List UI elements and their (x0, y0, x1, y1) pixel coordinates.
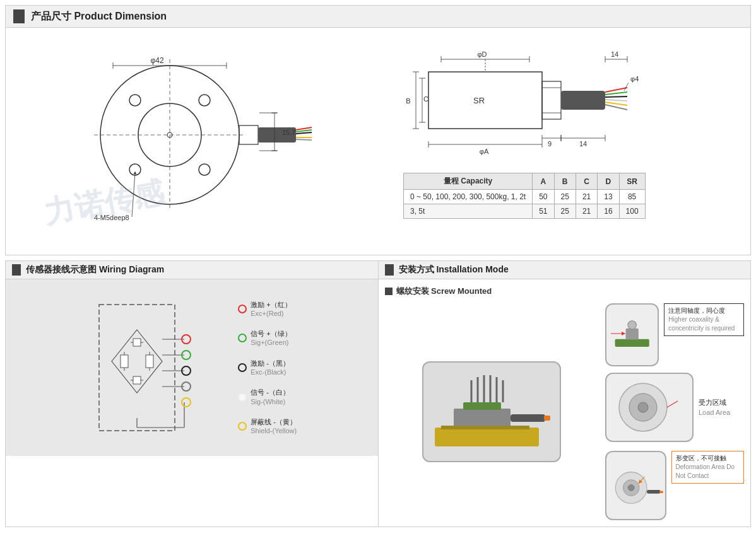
svg-text:C: C (423, 95, 428, 103)
svg-rect-105 (441, 426, 529, 429)
wire-dot (238, 305, 247, 313)
svg-text:φA: φA (480, 148, 489, 155)
svg-point-112 (638, 402, 648, 412)
col-capacity: 量程 Capacity (404, 173, 533, 190)
installation-images: 注意同轴度，同心度 Higher coaxality & concentrici… (385, 303, 745, 520)
svg-text:φ4: φ4 (630, 75, 639, 83)
svg-text:4-M5deep8: 4-M5deep8 (94, 214, 129, 221)
installation-content: 螺纹安装 Screw Mounted (379, 279, 751, 527)
svg-rect-29 (428, 72, 542, 129)
wire-label: 激励 +（红）Exc+(Red) (251, 300, 291, 318)
wire-dot (238, 422, 247, 431)
svg-rect-104 (544, 416, 550, 421)
dimension-table: 量程 Capacity A B C D SR 0 ~ 50, 100, 200,… (403, 173, 646, 219)
svg-rect-47 (561, 91, 605, 110)
col-D: D (598, 173, 619, 190)
svg-line-50 (605, 96, 627, 97)
svg-rect-72 (99, 305, 175, 431)
svg-line-16 (296, 139, 312, 140)
wiring-labels: 激励 +（红）Exc+(Red)信号 +（绿）Sig+(Green)激励 -（黑… (238, 300, 297, 436)
wiring-bar (12, 264, 21, 276)
col-A: A (533, 173, 554, 190)
deform-cn: 形变区，不可接触 (676, 454, 740, 463)
wire-item: 信号 +（绿）Sig+(Green) (238, 329, 297, 347)
table-cell-C: 21 (576, 204, 597, 219)
wire-item: 激励 +（红）Exc+(Red) (238, 300, 297, 318)
product-dimension-content: φ42 15.7 4-M5deep8 力诺传感 (6, 28, 750, 255)
bottom-sections: 传感器接线示意图 Wiring Diagram (5, 260, 751, 527)
install-image-box (422, 361, 561, 462)
svg-text:B: B (406, 97, 410, 105)
svg-rect-94 (435, 428, 539, 446)
wire-label: 激励 -（黑）Exc-(Black) (251, 359, 290, 377)
col-B: B (554, 173, 576, 190)
svg-line-71 (624, 83, 629, 91)
svg-rect-91 (133, 339, 141, 346)
svg-rect-103 (511, 414, 545, 422)
table-cell-C: 21 (576, 190, 597, 204)
svg-line-51 (605, 100, 627, 101)
product-dimension-title: 产品尺寸 Product Dimension (31, 10, 167, 23)
wiring-content: 激励 +（红）Exc+(Red)信号 +（绿）Sig+(Green)激励 -（黑… (6, 279, 378, 456)
deform-en: Deformation Area Do Not Contact (676, 463, 740, 480)
table-cell-A: 50 (533, 190, 554, 204)
svg-rect-89 (146, 355, 153, 368)
wire-label: 信号 +（绿）Sig+(Green) (251, 329, 291, 347)
table-cell-SR: 100 (619, 204, 645, 219)
wire-label: 信号 -（白）Sig-(White) (251, 388, 290, 406)
svg-point-6 (199, 95, 210, 106)
svg-line-13 (296, 132, 312, 134)
load-area-image (605, 373, 694, 442)
wiring-section: 传感器接线示意图 Wiring Diagram (5, 260, 378, 527)
callout-en: Higher coaxality & concentricity is requ… (668, 315, 740, 333)
svg-text:φ42: φ42 (150, 56, 163, 65)
product-dimension-section: 产品尺寸 Product Dimension (5, 5, 751, 255)
svg-rect-87 (121, 355, 128, 368)
wire-label: 屏蔽线 -（黄）Shield-(Yellow) (251, 417, 297, 436)
svg-point-116 (628, 485, 634, 491)
svg-rect-118 (659, 491, 663, 494)
side-view-svg: B C φD SR (378, 40, 694, 166)
col-C: C (576, 173, 597, 190)
installation-header: 安装方式 Installation Mode (379, 261, 751, 279)
callout-cn: 注意同轴度，同心度 (668, 306, 740, 315)
table-row: 3, 5t51252116100 (404, 204, 646, 219)
svg-text:φD: φD (477, 50, 487, 58)
svg-text:9: 9 (548, 140, 552, 148)
wire-dot (238, 363, 247, 372)
screw-bar (385, 288, 393, 295)
table-cell-SR: 85 (619, 190, 645, 204)
right-install: 注意同轴度，同心度 Higher coaxality & concentrici… (605, 303, 744, 520)
svg-text:15.7: 15.7 (282, 129, 295, 136)
svg-line-113 (667, 401, 678, 407)
deform-callout: 形变区，不可接触 Deformation Area Do Not Contact (671, 451, 744, 484)
header-bar (13, 9, 25, 23)
svg-point-5 (129, 95, 141, 106)
installation-title: 安装方式 Installation Mode (399, 264, 509, 276)
screw-mounted-title: 螺纹安装 Screw Mounted (385, 286, 745, 297)
svg-rect-93 (133, 376, 141, 384)
install-diagram-svg (428, 368, 555, 456)
svg-line-12 (296, 130, 312, 132)
load-area-en: Load Area (699, 407, 730, 418)
table-cell-capacity: 3, 5t (404, 204, 533, 219)
table-cell-capacity: 0 ~ 50, 100, 200, 300, 500kg, 1, 2t (404, 190, 533, 204)
table-cell-D: 16 (598, 204, 619, 219)
load-area-svg (608, 376, 690, 439)
concentricity-image (605, 303, 659, 366)
installation-bar (385, 264, 394, 276)
wiring-header: 传感器接线示意图 Wiring Diagram (6, 261, 378, 279)
table-cell-A: 51 (533, 204, 554, 219)
wiring-svg (86, 292, 225, 443)
load-area-section: 受力区域 Load Area (605, 373, 744, 442)
table-row: 0 ~ 50, 100, 200, 300, 500kg, 1, 2t50252… (404, 190, 646, 204)
svg-rect-44 (542, 81, 561, 119)
left-install (385, 303, 599, 520)
installation-section: 安装方式 Installation Mode 螺纹安装 Screw Mounte… (378, 260, 752, 527)
product-dimension-header: 产品尺寸 Product Dimension (6, 6, 750, 28)
deform-section: 形变区，不可接触 Deformation Area Do Not Contact (605, 451, 744, 520)
concentricity-callout: 注意同轴度，同心度 Higher coaxality & concentrici… (664, 303, 744, 336)
wire-item: 激励 -（黑）Exc-(Black) (238, 359, 297, 377)
wire-dot (238, 334, 247, 342)
screw-mounted-label: 螺纹安装 Screw Mounted (396, 286, 492, 297)
